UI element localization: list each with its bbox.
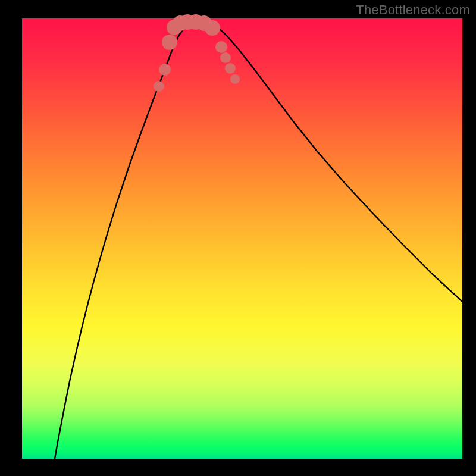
marker-right-b (220, 52, 231, 63)
marker-left-b (159, 64, 171, 76)
marker-valley-end (205, 20, 220, 36)
outer-frame: TheBottleneck.com (0, 0, 476, 476)
marker-right-a (215, 41, 227, 53)
plot-area (22, 18, 462, 459)
watermark-text: TheBottleneck.com (356, 2, 470, 18)
marker-valley-start (162, 35, 177, 50)
marker-group (154, 14, 240, 92)
marker-left-a (154, 81, 164, 92)
chart-svg (22, 18, 462, 459)
marker-right-d (230, 74, 240, 84)
marker-right-c (225, 63, 236, 74)
bottleneck-curve (55, 20, 462, 459)
